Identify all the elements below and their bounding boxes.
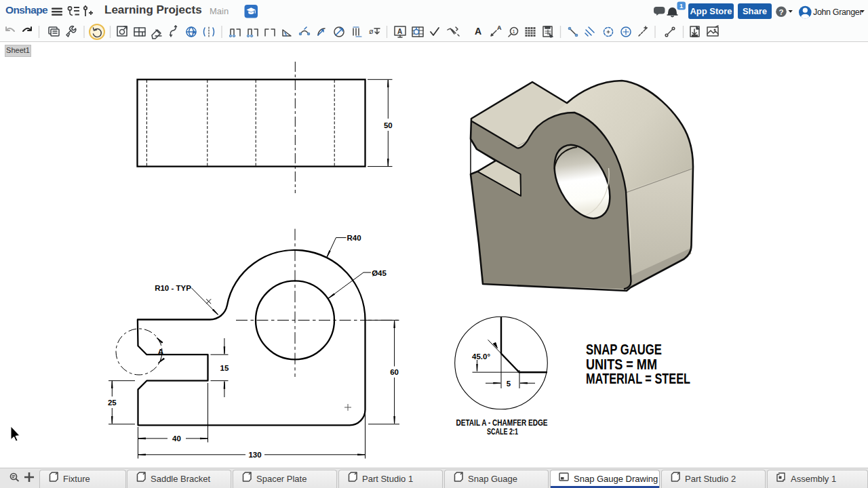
svg-text:R40: R40 xyxy=(347,234,361,242)
svg-text:15: 15 xyxy=(220,364,229,372)
svg-text:R10 - TYP: R10 - TYP xyxy=(155,284,191,292)
svg-text:A: A xyxy=(397,28,402,35)
svg-text:ø: ø xyxy=(369,27,374,35)
svg-text:1: 1 xyxy=(513,28,515,35)
svg-text:50: 50 xyxy=(384,121,393,129)
svg-text:SCALE 2:1: SCALE 2:1 xyxy=(487,427,518,436)
svg-text:60: 60 xyxy=(390,368,399,376)
svg-text:A: A xyxy=(157,347,164,357)
svg-text:?: ? xyxy=(778,8,783,16)
svg-text:MATERIAL = STEEL: MATERIAL = STEEL xyxy=(586,371,690,387)
svg-text:DETAIL A - CHAMFER EDGE: DETAIL A - CHAMFER EDGE xyxy=(456,418,548,428)
svg-text:SNAP GAUGE: SNAP GAUGE xyxy=(586,342,662,358)
svg-text:1: 1 xyxy=(679,2,684,9)
svg-text:40: 40 xyxy=(172,434,181,443)
svg-text:A: A xyxy=(192,29,196,35)
svg-text:Ø45: Ø45 xyxy=(372,269,387,277)
svg-text:130: 130 xyxy=(248,451,261,459)
svg-text:A: A xyxy=(475,26,481,37)
svg-text:UNITS = MM: UNITS = MM xyxy=(586,357,657,373)
svg-text:25: 25 xyxy=(108,399,117,407)
svg-text:A: A xyxy=(497,24,502,31)
svg-text:5: 5 xyxy=(507,380,511,388)
svg-text:45.0°: 45.0° xyxy=(472,352,490,361)
